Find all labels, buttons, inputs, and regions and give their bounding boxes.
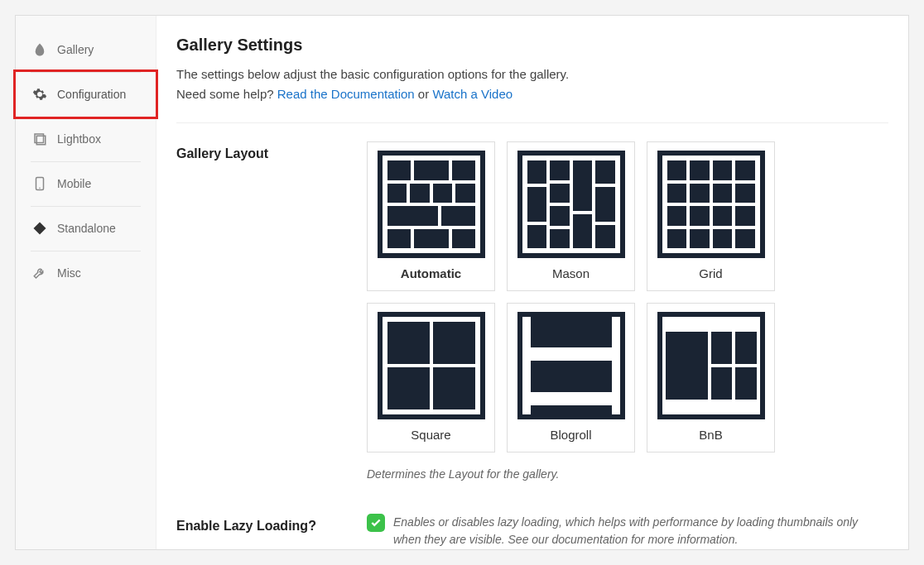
layout-thumb-bnb [657,312,765,419]
layout-option-label: Grid [699,266,722,280]
sidebar-item-label: Lightbox [57,132,101,146]
svg-point-3 [39,188,41,189]
sidebar-item-label: Misc [57,266,81,280]
settings-sidebar: Gallery Configuration Lightbox Mobile [16,16,156,549]
layout-thumb-square [378,312,485,419]
sidebar-item-label: Standalone [57,222,116,235]
layout-option-label: BnB [699,428,722,442]
check-icon [370,517,382,529]
sidebar-item-misc[interactable]: Misc [16,251,156,295]
layout-option-blogroll[interactable]: Blogroll [507,303,635,452]
layout-option-automatic[interactable]: Automatic [367,141,495,291]
layers-icon [32,132,51,146]
lazy-loading-label: Enable Lazy Loading? [176,514,350,534]
layout-option-label: Mason [552,266,590,280]
layout-option-bnb[interactable]: BnB [647,303,775,452]
layout-option-label: Blogroll [550,428,591,442]
leaf-icon [32,42,51,57]
sidebar-item-label: Mobile [57,177,91,190]
divider [176,122,888,123]
phone-icon [32,176,51,191]
settings-header: Gallery Settings The settings below adju… [176,36,888,104]
diamond-icon [32,221,51,236]
sidebar-item-label: Configuration [57,88,126,101]
gallery-layout-help: Determines the Layout for the gallery. [367,467,888,481]
sidebar-item-gallery[interactable]: Gallery [16,27,156,72]
sidebar-item-mobile[interactable]: Mobile [16,161,156,206]
sidebar-item-label: Gallery [57,43,94,56]
layout-option-mason[interactable]: Mason [507,141,635,291]
lazy-loading-desc: Enables or disables lazy loading, which … [393,514,888,548]
wrench-icon [32,266,51,280]
settings-main: Gallery Settings The settings below adju… [156,16,908,549]
layout-thumb-automatic [378,151,485,258]
sidebar-item-lightbox[interactable]: Lightbox [16,117,156,161]
sidebar-item-configuration[interactable]: Configuration [13,69,158,119]
layout-thumb-blogroll [517,312,625,419]
layout-option-grid[interactable]: Grid [647,141,775,291]
layout-thumb-mason [517,151,625,258]
layout-options: Automatic Mason [367,141,888,452]
page-title: Gallery Settings [176,36,888,55]
layout-thumb-grid [657,151,765,258]
help-prefix: Need some help? [176,87,277,101]
help-mid: or [418,87,433,101]
lazy-loading-checkbox[interactable] [367,514,385,532]
read-documentation-link[interactable]: Read the Documentation [277,87,415,101]
layout-option-label: Automatic [401,266,461,280]
sidebar-item-standalone[interactable]: Standalone [16,206,156,251]
gear-icon [32,87,51,102]
layout-option-label: Square [411,428,450,442]
header-desc: The settings below adjust the basic conf… [176,67,569,81]
watch-video-link[interactable]: Watch a Video [432,87,513,101]
gallery-layout-label: Gallery Layout [176,141,350,161]
layout-option-square[interactable]: Square [367,303,495,452]
